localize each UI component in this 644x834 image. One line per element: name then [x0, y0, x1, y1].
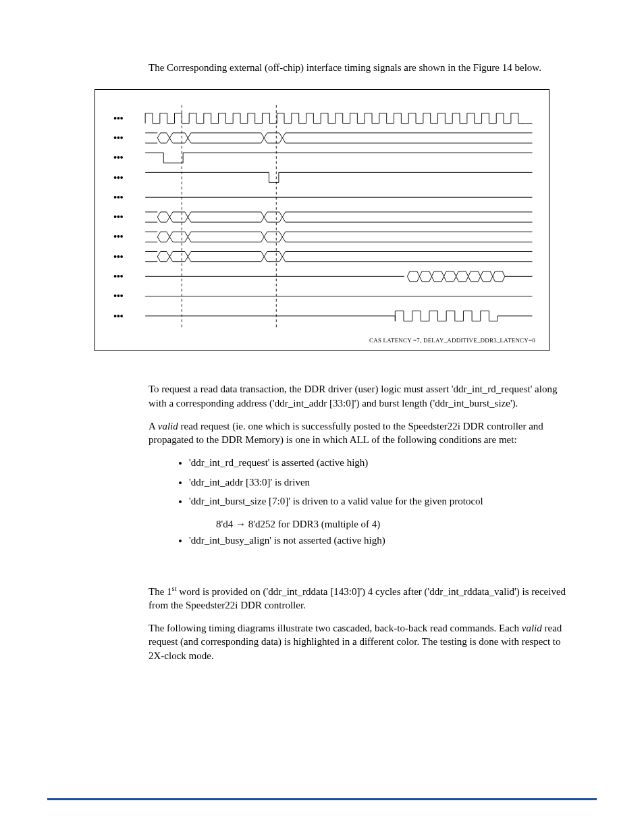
- para3-pre: A: [149, 421, 158, 432]
- footer-rule: [47, 798, 597, 800]
- intro-paragraph: The Corresponding external (off-chip) in…: [149, 61, 576, 74]
- para-valid-conditions: A valid read request (ie. one which is s…: [149, 419, 576, 447]
- page: The Corresponding external (off-chip) in…: [0, 0, 644, 834]
- svg-text:•••: •••: [113, 153, 123, 163]
- figure-caption: CAS LATENCY =7, DELAY_ADDITIVE_DDR3_LATE…: [109, 337, 535, 344]
- svg-text:•••: •••: [113, 271, 123, 282]
- svg-text:•••: •••: [113, 173, 123, 183]
- para-read-request: To request a read data transaction, the …: [149, 382, 576, 410]
- svg-text:•••: •••: [113, 192, 123, 203]
- svg-text:•••: •••: [113, 232, 123, 242]
- body-block: To request a read data transaction, the …: [149, 382, 576, 662]
- para-first-word: The 1st word is provided on ('ddr_int_rd…: [149, 584, 576, 613]
- burst-range: 8'd4 → 8'd252 for DDR3 (multiple of 4): [216, 517, 576, 531]
- svg-text:•••: •••: [113, 291, 123, 301]
- para4-sup: st: [172, 585, 177, 592]
- bullet-3: 'ddr_int_burst_size [7:0]' is driven to …: [189, 494, 576, 508]
- para3-valid: valid: [158, 421, 178, 432]
- svg-text:•••: •••: [113, 133, 123, 143]
- para3-post: read request (ie. one which is successfu…: [149, 421, 543, 445]
- bullet-2: 'ddr_int_addr [33:0]' is driven: [189, 475, 576, 489]
- intro-text: The Corresponding external (off-chip) in…: [149, 61, 576, 74]
- conditions-list: 'ddr_int_rd_request' is asserted (active…: [149, 456, 576, 508]
- svg-text:•••: •••: [113, 212, 123, 222]
- para5-valid: valid: [522, 623, 542, 633]
- bullet-4: 'ddr_int_busy_align' is not asserted (ac…: [189, 533, 576, 547]
- spacer: [149, 557, 576, 584]
- timing-diagram-svg: •••••••••••••••••••••••••••••••••: [109, 102, 535, 332]
- svg-text:•••: •••: [113, 113, 123, 124]
- para-cascaded: The following timing diagrams illustrate…: [149, 621, 576, 662]
- bullet-1: 'ddr_int_rd_request' is asserted (active…: [189, 456, 576, 469]
- para5-pre: The following timing diagrams illustrate…: [149, 623, 522, 633]
- para4-post: word is provided on ('ddr_int_rddata [14…: [149, 586, 566, 610]
- svg-text:•••: •••: [113, 311, 123, 321]
- conditions-list-2: 'ddr_int_busy_align' is not asserted (ac…: [149, 533, 576, 547]
- timing-diagram-figure: ••••••••••••••••••••••••••••••••• CAS LA…: [95, 89, 549, 351]
- para4-pre: The 1: [149, 586, 172, 597]
- svg-text:•••: •••: [113, 252, 123, 262]
